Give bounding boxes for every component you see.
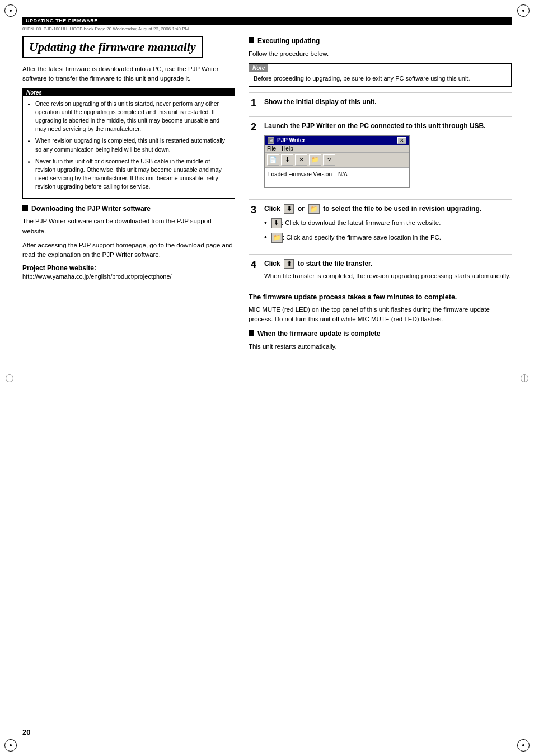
step-1-title: Show the initial display of this unit. [264, 97, 512, 107]
folder-icon: 📁 [308, 204, 320, 214]
pjp-btn-help[interactable]: ? [323, 154, 335, 166]
note-box: Note Before proceeding to upgrading, be … [249, 63, 512, 87]
pjp-firmware-label: Loaded Firmware Version [268, 171, 332, 177]
pjp-btn-delete[interactable]: ✕ [295, 154, 307, 166]
step-3-title: Click ⬇ or 📁 to select the file to be us… [264, 204, 512, 214]
step-4: 4 Click ⬆ to start the file transfer. Wh… [249, 254, 512, 286]
notes-content: Once revision upgrading of this unit is … [23, 96, 235, 198]
executing-text: Follow the procedure below. [249, 49, 512, 59]
pjp-close-btn[interactable]: ✕ [397, 137, 406, 144]
downloading-heading: Downloading the PJP Writer software [22, 204, 235, 214]
reg-mark-left [6, 374, 13, 382]
section-header-bar: UPDATING THE FIRMWARE [22, 17, 512, 25]
pjp-toolbar: 📄 ⬇ ✕ 📁 ? [265, 153, 409, 168]
bullet-1-text: ⬇: Click to download the latest firmware… [271, 218, 441, 228]
target-bl [4, 739, 17, 752]
project-phone-url: http://www.yamaha.co.jp/english/product/… [22, 273, 235, 280]
step-1-content: Show the initial display of this unit. [264, 97, 512, 110]
note-item-2: When revision upgrading is completed, th… [35, 137, 230, 153]
note-box-header: Note [249, 64, 268, 72]
transfer-icon: ⬆ [284, 259, 294, 269]
note-item-1: Once revision upgrading of this unit is … [35, 100, 230, 134]
target-tl [4, 4, 17, 17]
project-phone-label: Project Phone website: [22, 264, 235, 272]
pjp-writer-window: 🖥 PJP Writer ✕ File Help 📄 ⬇ ✕ 📁 [264, 135, 410, 188]
note-box-content: Before proceeding to upgrading, be sure … [249, 72, 511, 86]
step-4-title: Click ⬆ to start the file transfer. [264, 259, 512, 269]
target-tr [517, 4, 530, 17]
step-4-text: When file transfer is completed, the rev… [264, 271, 512, 281]
pjp-menu-file[interactable]: File [267, 145, 276, 152]
square-icon-3 [249, 330, 254, 336]
page-title: Updating the firmware manually [22, 36, 203, 58]
intro-text: After the latest firmware is downloaded … [22, 64, 235, 84]
content-area: Updating the firmware manually After the… [22, 36, 512, 356]
square-icon [22, 205, 28, 211]
bullet-dot-1: • [264, 218, 267, 228]
reg-mark-right [521, 374, 528, 382]
pjp-firmware-value: N/A [338, 171, 348, 177]
step-number-4: 4 [249, 259, 259, 286]
firmware-complete-text: This unit restarts automatically. [249, 342, 512, 351]
target-br [517, 739, 530, 752]
step-3: 3 Click ⬇ or 📁 to select the file to be … [249, 199, 512, 247]
step-3-content: Click ⬇ or 📁 to select the file to be us… [264, 204, 512, 247]
note-item-3: Never turn this unit off or disconnect t… [35, 157, 230, 191]
download-icon: ⬇ [284, 204, 294, 214]
step-2-content: Launch the PJP Writer on the PC connecte… [264, 121, 512, 192]
executing-heading-text: Executing updating [257, 36, 320, 46]
step-number-2: 2 [249, 121, 259, 192]
right-column: Executing updating Follow the procedure … [249, 36, 512, 356]
pjp-window-title: PJP Writer [277, 137, 395, 143]
left-column: Updating the firmware manually After the… [22, 36, 235, 356]
folder-icon-2: 📁 [271, 233, 283, 243]
bullet-2: • 📁: Click and specify the firmware save… [264, 233, 512, 243]
step-2-title: Launch the PJP Writer on the PC connecte… [264, 121, 512, 131]
firmware-process-title: The firmware update process takes a few … [249, 293, 512, 303]
bullet-2-text: 📁: Click and specify the firmware save l… [271, 233, 441, 243]
page: UPDATING THE FIRMWARE 01EN_00_PJP-100UH_… [0, 0, 534, 756]
notes-header: Notes [23, 89, 235, 96]
step-number-1: 1 [249, 97, 259, 110]
section-label: UPDATING THE FIRMWARE [26, 18, 98, 24]
downloading-text1: The PJP Writer software can be downloade… [22, 217, 235, 236]
firmware-process-text: MIC MUTE (red LED) on the top panel of t… [249, 305, 512, 325]
notes-box: Notes Once revision upgrading of this un… [22, 88, 235, 199]
executing-heading: Executing updating [249, 36, 512, 46]
downloading-text2: After accessing the PJP support homepage… [22, 241, 235, 260]
square-icon-2 [249, 37, 254, 43]
pjp-btn-folder[interactable]: 📁 [309, 154, 321, 166]
step-4-content: Click ⬆ to start the file transfer. When… [264, 259, 512, 286]
step-2: 2 Launch the PJP Writer on the PC connec… [249, 116, 512, 192]
file-info: 01EN_00_PJP-100UH_UCGB.book Page 20 Wedn… [22, 26, 512, 32]
bullet-dot-2: • [264, 233, 267, 243]
pjp-menubar: File Help [265, 145, 409, 153]
bullet-1: • ⬇: Click to download the latest firmwa… [264, 218, 512, 228]
pjp-menu-help[interactable]: Help [282, 145, 293, 152]
page-number: 20 [22, 728, 30, 736]
firmware-section: The firmware update process takes a few … [249, 293, 512, 351]
step-number-3: 3 [249, 204, 259, 247]
firmware-complete-heading-text: When the firmware update is complete [257, 329, 380, 339]
firmware-complete-heading: When the firmware update is complete [249, 329, 512, 339]
step-1: 1 Show the initial display of this unit. [249, 92, 512, 110]
pjp-btn-download[interactable]: ⬇ [281, 154, 293, 166]
pjp-btn-open[interactable]: 📄 [267, 154, 279, 166]
download-icon-2: ⬇ [271, 218, 282, 228]
downloading-heading-text: Downloading the PJP Writer software [31, 204, 151, 214]
pjp-titlebar: 🖥 PJP Writer ✕ [265, 136, 409, 145]
pjp-body: Loaded Firmware Version N/A [265, 168, 409, 187]
step-3-bullets: • ⬇: Click to download the latest firmwa… [264, 218, 512, 243]
pjp-window-icon: 🖥 [268, 137, 274, 144]
